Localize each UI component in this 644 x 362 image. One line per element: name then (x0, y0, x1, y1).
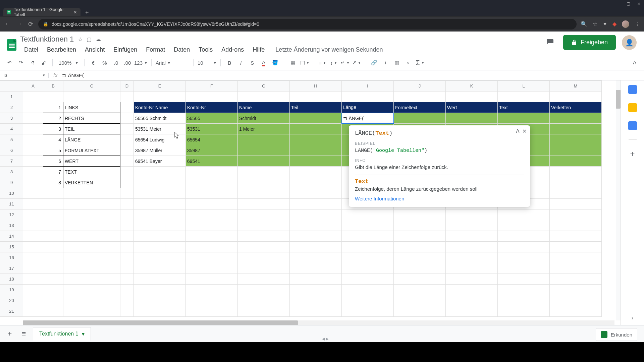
cloud-status-icon[interactable]: ☁ (96, 36, 101, 43)
vertical-scrollbar[interactable] (616, 80, 621, 320)
cell[interactable] (446, 306, 498, 317)
row-header[interactable]: 4 (0, 124, 23, 134)
cell[interactable] (134, 242, 186, 252)
browser-profile-avatar[interactable] (622, 20, 629, 28)
row-header[interactable]: 3 (0, 113, 23, 124)
column-header[interactable]: J (394, 81, 446, 92)
cell[interactable] (290, 124, 342, 134)
nav-back-button[interactable]: ← (4, 20, 11, 27)
sheet-nav-left-icon[interactable]: ◂ (322, 336, 325, 342)
menu-format[interactable]: Format (142, 45, 169, 55)
cell[interactable] (550, 274, 602, 285)
cell[interactable] (43, 188, 63, 199)
cell[interactable] (23, 306, 43, 317)
cell[interactable] (43, 220, 63, 231)
column-header[interactable]: L (498, 81, 550, 92)
cell[interactable]: 69541 (186, 156, 238, 167)
cell[interactable]: 1 (43, 102, 63, 113)
cell[interactable] (498, 242, 550, 252)
cell[interactable] (394, 92, 446, 102)
row-header[interactable]: 10 (0, 188, 23, 199)
row-header[interactable]: 1 (0, 92, 23, 102)
cell[interactable] (63, 199, 120, 209)
cell[interactable] (394, 285, 446, 295)
cell[interactable] (290, 220, 342, 231)
font-size-select[interactable]: 10▾ (198, 60, 216, 66)
cell[interactable] (238, 188, 290, 199)
row-header[interactable]: 16 (0, 252, 23, 263)
increase-decimal-button[interactable]: .00 (123, 58, 132, 67)
cell[interactable] (290, 177, 342, 188)
undo-button[interactable]: ↶ (5, 58, 14, 67)
last-edit-link[interactable]: Letzte Änderung vor wenigen Sekunden (269, 46, 383, 53)
cell[interactable] (498, 263, 550, 274)
functions-button[interactable]: Σ▾ (415, 58, 424, 67)
cell[interactable] (342, 242, 394, 252)
cell[interactable] (23, 177, 43, 188)
row-header[interactable]: 13 (0, 220, 23, 231)
cell[interactable] (446, 220, 498, 231)
row-header[interactable]: 19 (0, 285, 23, 295)
cell[interactable]: FORMULATEXT (63, 145, 120, 156)
cell[interactable]: Wert (446, 102, 498, 113)
cell[interactable] (290, 252, 342, 263)
cell[interactable] (498, 113, 550, 124)
cell[interactable] (43, 252, 63, 263)
cell[interactable] (23, 102, 43, 113)
cell[interactable] (23, 274, 43, 285)
cell[interactable] (63, 263, 120, 274)
cell[interactable]: 35987 (186, 145, 238, 156)
row-header[interactable]: 14 (0, 231, 23, 242)
column-header[interactable]: I (342, 81, 394, 92)
get-addons-button[interactable]: + (630, 149, 635, 159)
cell[interactable] (63, 92, 120, 102)
window-close-button[interactable]: ✕ (636, 1, 642, 6)
cell[interactable] (238, 220, 290, 231)
redo-button[interactable]: ↷ (16, 58, 25, 67)
cell[interactable] (394, 295, 446, 306)
cell[interactable] (23, 199, 43, 209)
cell[interactable] (43, 242, 63, 252)
cell[interactable]: Text (498, 102, 550, 113)
cell[interactable] (238, 167, 290, 177)
cell[interactable] (134, 295, 186, 306)
cell[interactable] (63, 220, 120, 231)
calendar-addon-icon[interactable] (628, 85, 637, 94)
editing-cell[interactable] (342, 113, 394, 124)
cell[interactable] (23, 145, 43, 156)
cell[interactable] (446, 295, 498, 306)
new-tab-button[interactable]: + (83, 9, 92, 16)
cell[interactable] (290, 134, 342, 145)
window-maximize-button[interactable]: ▢ (625, 1, 631, 6)
side-panel-collapse-icon[interactable]: › (632, 315, 633, 321)
menu-edit[interactable]: Bearbeiten (43, 45, 80, 55)
cell[interactable] (238, 274, 290, 285)
cell[interactable] (120, 156, 134, 167)
cell[interactable] (120, 220, 134, 231)
cell[interactable] (120, 242, 134, 252)
menu-file[interactable]: Datei (20, 45, 42, 55)
cell[interactable] (120, 209, 134, 220)
cell[interactable] (23, 263, 43, 274)
cell[interactable] (342, 92, 394, 102)
cell[interactable] (290, 188, 342, 199)
cell[interactable] (550, 167, 602, 177)
cell[interactable]: LÄNGE (63, 134, 120, 145)
insert-chart-button[interactable]: ▥ (392, 58, 401, 67)
cell[interactable] (23, 124, 43, 134)
row-header[interactable]: 8 (0, 167, 23, 177)
cell[interactable]: Länge (342, 102, 394, 113)
cell[interactable] (186, 274, 238, 285)
cell[interactable] (134, 209, 186, 220)
cell[interactable] (290, 199, 342, 209)
cell[interactable] (238, 145, 290, 156)
formula-input[interactable]: =LÄNGE( (62, 72, 84, 78)
cell[interactable] (120, 124, 134, 134)
cell[interactable] (63, 274, 120, 285)
cell[interactable] (186, 252, 238, 263)
row-header[interactable]: 15 (0, 242, 23, 252)
cell[interactable] (23, 252, 43, 263)
cell[interactable] (238, 252, 290, 263)
cell[interactable] (394, 220, 446, 231)
row-header[interactable]: 12 (0, 209, 23, 220)
